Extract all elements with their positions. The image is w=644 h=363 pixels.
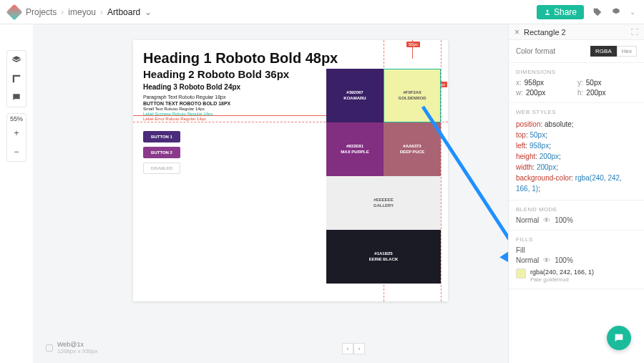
breadcrumb-projects[interactable]: Projects	[26, 7, 57, 17]
dim-x: x:958px	[516, 79, 575, 87]
ruler-tool[interactable]	[7, 69, 26, 88]
canvas[interactable]: 50px 50px 658px 680px Heading 1 Roboto B…	[33, 24, 508, 363]
section-fills: FILLS	[516, 236, 637, 243]
ws-height: height: 200px;	[516, 151, 637, 162]
swatch-hex: #F0F2A6	[403, 90, 421, 96]
sample-button-2[interactable]: BUTTON 2	[143, 147, 180, 158]
section-webstyles: WEB STYLES	[516, 109, 637, 115]
fill-label: Fill	[516, 246, 637, 254]
swatch-name: GALLERY	[374, 203, 394, 209]
eye-icon: 👁	[543, 256, 550, 264]
swatch-gallery[interactable]: #EEEEEE GALLERY	[326, 176, 441, 230]
chevron-right-icon: ›	[61, 7, 64, 17]
section-blend: BLEND MODE	[516, 206, 637, 213]
swatch-goldenrod-selected[interactable]: #F0F2A6 GOLDENROD	[384, 69, 441, 122]
pager-prev[interactable]: ‹	[342, 343, 353, 354]
swatch-eerieblack[interactable]: #1A1B25 EERIE BLACK	[326, 230, 441, 284]
app-logo[interactable]	[6, 4, 23, 20]
swatch-deeppuce[interactable]: #AA6373 DEEP PUCE	[384, 122, 441, 176]
breadcrumb-project[interactable]: imeyou	[68, 7, 96, 17]
tag-icon[interactable]	[592, 7, 602, 17]
pager-next[interactable]: ›	[353, 343, 365, 354]
swatch-hex: #392067	[346, 90, 363, 96]
format-hex[interactable]: Hex	[617, 46, 637, 57]
extrude-icon[interactable]	[611, 7, 621, 17]
footer-info: Web@1x 1208px x 930px	[46, 341, 98, 354]
dim-h: h:200px	[577, 89, 637, 97]
swatch-maxpurple[interactable]: #822E81 MAX PURPLE	[326, 122, 384, 176]
chat-icon	[613, 332, 625, 344]
zoom-out-button[interactable]: −	[7, 142, 26, 161]
breadcrumb-artboard[interactable]: Artboard	[107, 7, 140, 17]
close-icon[interactable]: ×	[514, 27, 519, 37]
eye-icon: 👁	[543, 216, 550, 224]
ws-width: width: 200px;	[516, 162, 637, 173]
dim-y: y:50px	[577, 79, 637, 87]
inspector-title: Rectangle 2	[524, 28, 627, 37]
measure-top: 50px	[406, 42, 420, 47]
swatch-name: EERIE BLACK	[369, 257, 399, 263]
expand-icon[interactable]: ⛶	[631, 28, 638, 36]
heading-1: Heading 1 Roboto Bold 48px	[143, 50, 438, 67]
zoom-in-button[interactable]: +	[7, 124, 26, 142]
fill-rgba: rgba(240, 242, 166, 1)	[530, 268, 594, 276]
share-button[interactable]: Share	[537, 5, 584, 19]
upload-icon	[544, 9, 551, 16]
ws-position: position: absolute;	[516, 119, 637, 130]
footer-ratio: Web@1x	[57, 341, 98, 348]
swatch-hex: #822E81	[346, 144, 364, 150]
fill-color-swatch[interactable]	[516, 268, 526, 279]
swatch-name: GOLDENROD	[399, 96, 426, 102]
ws-top: top: 50px;	[516, 130, 637, 140]
breadcrumb: Projects › imeyou › Artboard ⌄	[26, 7, 152, 17]
format-rgba[interactable]: RGBA	[590, 46, 617, 57]
dim-w: w:200px	[516, 89, 575, 97]
tool-rail: 55% + −	[0, 24, 33, 363]
chat-button[interactable]	[607, 326, 631, 350]
chevron-down-icon[interactable]: ⌄	[630, 8, 635, 16]
blend-mode: Normal	[516, 216, 539, 224]
inspector-panel: × Rectangle 2 ⛶ Color format RGBA Hex DI…	[508, 24, 644, 363]
zoom-level: 55%	[10, 114, 23, 124]
swatch-koamaru[interactable]: #392067 KOAMARU	[326, 69, 384, 122]
layers-tool[interactable]	[7, 51, 26, 69]
blend-opacity: 100%	[555, 216, 573, 224]
sample-button-disabled: DISABLED	[143, 163, 180, 174]
swatch-name: MAX PURPLE	[341, 150, 369, 155]
fill-mode: Normal	[516, 256, 539, 264]
fill-opacity: 100%	[555, 256, 573, 264]
ws-bgcolor: background-color: rgba(240, 242, 166, 1)…	[516, 173, 637, 194]
swatch-hex: #EEEEEE	[374, 198, 393, 203]
artboard[interactable]: 50px 50px 658px 680px Heading 1 Roboto B…	[133, 40, 448, 301]
section-dimensions: DIMENSIONS	[516, 69, 637, 75]
share-label: Share	[554, 7, 577, 17]
fill-color-name: Pale goldenrod	[530, 276, 594, 284]
swatch-name: KOAMARU	[343, 96, 366, 102]
sample-button-1[interactable]: BUTTON 1	[143, 131, 180, 142]
ws-left: left: 958px;	[516, 140, 637, 151]
comment-tool[interactable]	[7, 88, 26, 107]
chevron-right-icon: ›	[100, 7, 103, 17]
swatch-hex: #AA6373	[403, 144, 421, 150]
swatch-hex: #1A1B25	[374, 251, 392, 257]
chevron-down-icon[interactable]: ⌄	[145, 7, 152, 17]
footer-checkbox[interactable]	[46, 344, 53, 352]
color-format-label: Color format	[516, 47, 555, 55]
swatch-name: DEEP PUCE	[400, 150, 425, 155]
footer-size: 1208px x 930px	[57, 348, 98, 354]
